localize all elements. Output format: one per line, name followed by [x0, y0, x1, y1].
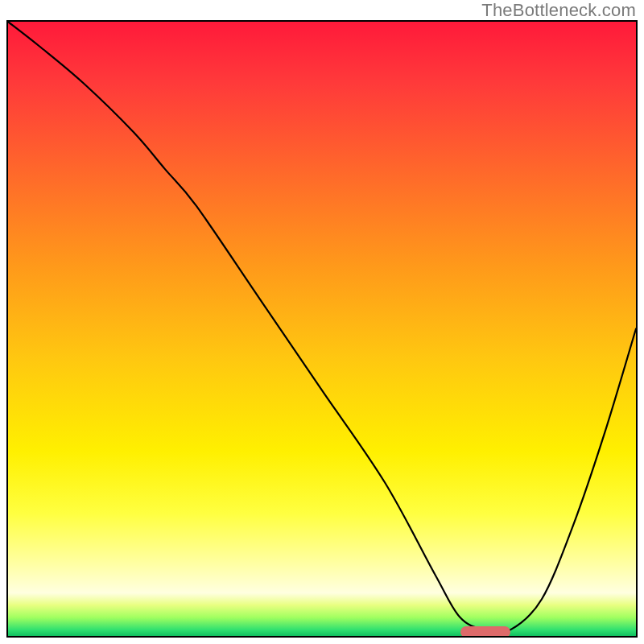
chart-frame: [6, 20, 638, 638]
minimum-marker: [460, 626, 510, 638]
watermark-text: TheBottleneck.com: [481, 0, 636, 21]
chart-curve: [8, 22, 636, 636]
